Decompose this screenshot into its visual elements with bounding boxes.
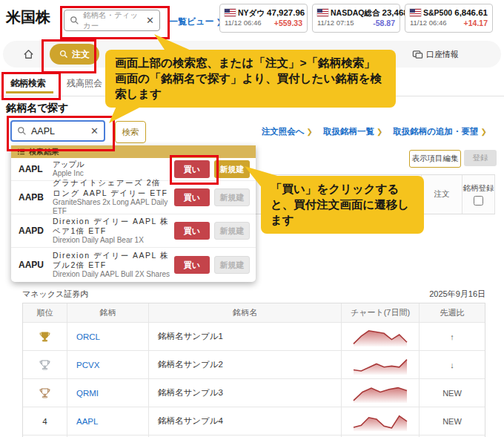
symbol-search-value: AAPL (31, 126, 86, 137)
order-inquiry-link[interactable]: 注文照会へ❯ (262, 126, 313, 137)
index-card-nydow: NYダウ 47,927.96 11/12 06:46 +559.33 (219, 4, 308, 33)
table-row: 4 AAPL 銘柄名サンプル4 NEW (23, 407, 485, 436)
handled-symbols-link[interactable]: 取扱銘柄一覧❯ (323, 126, 382, 137)
home-button[interactable] (22, 41, 35, 68)
search-icon (70, 16, 79, 25)
index-change: -58.87 (373, 18, 395, 28)
index-card-nasdaq: NASDAQ総合 23,468.30 11/12 07:15 -58.87 (312, 4, 400, 33)
result-row-aapb: AAPB グラナイトシェアーズ 2倍 ロング AAPL デイリー ETF Gra… (11, 181, 256, 214)
result-row-aapl: AAPL アップル Apple Inc 買い 新規建 (11, 158, 256, 181)
result-ticker: AAPD (19, 226, 53, 236)
edit-display-items-button[interactable]: 表示項目編集 (409, 150, 461, 168)
result-name-jp: アップル (53, 160, 171, 169)
buy-button[interactable]: 買い (174, 188, 210, 206)
table-row: ORCL 銘柄名サンプル1 ↑ (23, 323, 485, 351)
ticker-link[interactable]: ORCL (76, 332, 100, 341)
index-time: 11/12 06:46 (225, 18, 261, 28)
sparkline-chart (351, 382, 409, 404)
callout-search-hint: 画面上部の検索窓、または「注文」>「銘柄検索」画面の「銘柄名で探す」より、買付し… (105, 50, 396, 108)
clear-icon[interactable]: ✕ (146, 15, 154, 26)
global-search-input[interactable]: 銘柄名・ティッカー ✕ (64, 10, 160, 31)
register-all-checkbox[interactable] (474, 196, 483, 206)
trend-indicator: NEW (420, 379, 485, 407)
result-ticker: AAPB (19, 192, 53, 203)
list-view-link[interactable]: 一覧ビュー❯ (169, 16, 222, 28)
active-tab-underline (6, 91, 53, 93)
result-name-jp: Direxion デイリー AAPL 株 ベア1倍 ETF (53, 217, 171, 236)
ticker-link[interactable]: AAPL (76, 417, 98, 426)
symbol-request-link[interactable]: 取扱銘柄の追加・要望❯ (393, 126, 487, 137)
ranking-table: 順位 銘柄 銘柄名 チャート(7日間) 先週比 ORCL 銘柄名サンプル1 ↑ … (22, 303, 485, 437)
search-results-panel: 検索結果 AAPL アップル Apple Inc 買い 新規建 AAPB グラナ… (11, 145, 256, 282)
nav-account-button[interactable]: 口座情報 (412, 41, 459, 68)
nav-order-button[interactable]: 注文 (50, 44, 99, 65)
table-row: QRMI 銘柄名サンプル3 NEW (23, 379, 485, 407)
buy-button[interactable]: 買い (174, 256, 210, 274)
list-icon (17, 148, 25, 156)
col-register-header: 銘柄登録 (462, 175, 495, 214)
index-change: +559.33 (274, 18, 302, 28)
chevron-right-icon: ❯ (481, 128, 487, 136)
chevron-right-icon: ❯ (307, 128, 313, 136)
us-flag-icon (225, 9, 236, 16)
tab-symbol-search[interactable]: 銘柄検索 (10, 77, 46, 90)
sparkline-chart (351, 410, 409, 433)
result-name-en: Direxion Daily AAPL Bull 2X Shares (53, 270, 171, 280)
ticker-link[interactable]: PCVX (76, 361, 99, 369)
rank-number: 4 (23, 407, 67, 435)
ranking-scope-label: マネックス証券内 (22, 289, 88, 300)
result-name-en: Apple Inc (53, 169, 171, 179)
table-row: PCVX 銘柄名サンプル2 ↓ (23, 351, 485, 379)
col-order-header: 注文 (421, 175, 462, 214)
callout-buy-hint: 「買い」をクリックすると、買付注文画面に遷移します (261, 176, 424, 234)
result-ticker: AAPU (19, 260, 53, 270)
result-name-jp: グラナイトシェアーズ 2倍 ロング AAPL デイリー ETF (53, 178, 171, 197)
result-ticker: AAPL (19, 164, 53, 174)
ranking-header-row: 順位 銘柄 銘柄名 チャート(7日間) 先週比 (23, 303, 485, 323)
search-results-header: 検索結果 (11, 145, 256, 158)
symbol-name: 銘柄名サンプル3 (149, 379, 342, 407)
home-icon (22, 48, 35, 61)
symbol-search-input[interactable]: AAPL ✕ (10, 120, 105, 142)
new-position-button-disabled: 新規建 (214, 222, 250, 240)
ranking-date: 2025年9月16日 (429, 289, 485, 300)
new-position-button-disabled: 新規建 (214, 188, 250, 206)
ticker-link[interactable]: QRMI (76, 389, 99, 398)
global-search-placeholder: 銘柄名・ティッカー (83, 10, 142, 31)
clear-icon[interactable]: ✕ (90, 125, 99, 137)
buy-button[interactable]: 買い (174, 222, 210, 240)
us-flag-icon (317, 9, 328, 16)
find-by-name-heading: 銘柄名で探す (6, 102, 69, 115)
symbol-name: 銘柄名サンプル2 (149, 351, 342, 378)
trophy-bronze-icon (39, 387, 51, 400)
index-value: 6,846.61 (454, 7, 488, 18)
trophy-gold-icon (39, 330, 51, 344)
new-position-button[interactable]: 新規建 (214, 160, 250, 178)
search-button[interactable]: 検索 (115, 121, 146, 143)
quick-links: 注文照会へ❯ 取扱銘柄一覧❯ 取扱銘柄の追加・要望❯ (262, 126, 487, 137)
index-value: 47,927.96 (267, 7, 305, 18)
search-icon (59, 50, 68, 59)
result-row-aapd: AAPD Direxion デイリー AAPL 株 ベア1倍 ETF Direx… (11, 214, 256, 248)
us-flag-icon (410, 9, 421, 16)
symbol-name: 銘柄名サンプル4 (149, 407, 342, 435)
index-time: 11/12 07:15 (317, 18, 354, 28)
page-title: 米国株 (6, 7, 50, 27)
result-name-en: Direxion Daily Aapl Bear 1X (53, 236, 171, 246)
result-name-en: GraniteShares 2x Long AAPL Daily ETF (53, 198, 171, 217)
tab-balance-inquiry[interactable]: 残高照会 (67, 77, 102, 90)
chevron-right-icon: ❯ (377, 128, 382, 136)
trend-indicator: NEW (420, 407, 485, 435)
sparkline-chart (351, 326, 409, 348)
sparkline-chart (351, 354, 409, 376)
result-row-aapu: AAPU Direxion デイリー AAPL 株 ブル2倍 ETF Direx… (11, 248, 256, 282)
register-button[interactable]: 登録 (464, 150, 497, 166)
search-icon (17, 126, 27, 136)
index-change: +14.17 (464, 18, 488, 28)
symbol-name: 銘柄名サンプル1 (149, 323, 342, 350)
new-position-button-disabled: 新規建 (214, 256, 250, 274)
buy-button[interactable]: 買い (174, 160, 210, 178)
index-card-sp500: S&P500 6,846.61 11/12 06:46 +14.17 (405, 4, 493, 33)
account-info-icon (412, 49, 423, 60)
trophy-silver-icon (39, 358, 51, 372)
